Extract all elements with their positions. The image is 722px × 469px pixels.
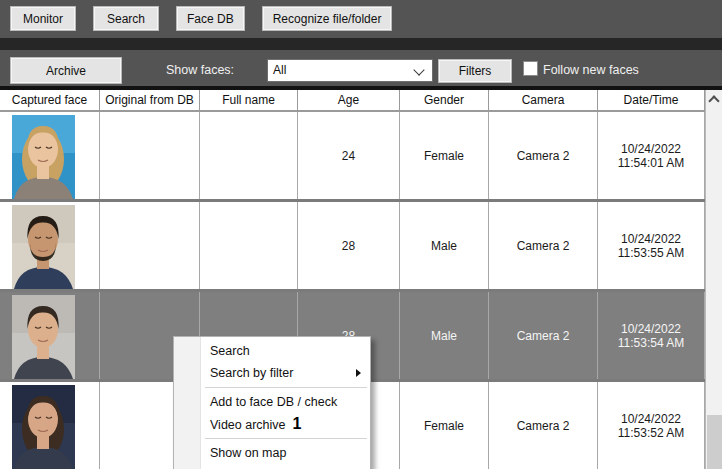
captured-face-cell bbox=[0, 292, 100, 379]
full-name-cell bbox=[200, 202, 298, 289]
captured-face-image bbox=[12, 115, 75, 199]
captured-face-image bbox=[12, 295, 75, 379]
table-row[interactable]: 24 Female Camera 2 10/24/2022 11:54:01 A… bbox=[0, 112, 705, 202]
captured-face-image bbox=[12, 385, 75, 469]
gender-cell: Female bbox=[400, 112, 489, 199]
menu-item-label: Add to face DB / check bbox=[210, 395, 337, 409]
age-cell: 28 bbox=[298, 202, 400, 289]
scroll-up-button[interactable] bbox=[706, 90, 722, 107]
column-header-label: Date/Time bbox=[624, 93, 679, 107]
datetime-cell: 10/24/2022 11:53:52 AM bbox=[598, 382, 705, 469]
captured-face-image bbox=[12, 205, 75, 289]
menu-item-search[interactable]: Search bbox=[174, 340, 370, 362]
menu-item-video-archive[interactable]: Video archive1 bbox=[174, 413, 370, 435]
table-row[interactable]: 28 Male Camera 2 10/24/2022 11:53:55 AM bbox=[0, 202, 705, 292]
datetime-cell: 10/24/2022 11:54:01 AM bbox=[598, 112, 705, 199]
video-archive-count-badge: 1 bbox=[293, 415, 302, 432]
gender-cell: Female bbox=[400, 382, 489, 469]
column-header-date-time[interactable]: Date/Time bbox=[598, 90, 705, 110]
submenu-arrow-icon bbox=[356, 369, 361, 377]
gender-cell: Male bbox=[400, 292, 489, 379]
menu-item-show-on-map[interactable]: Show on map bbox=[174, 442, 370, 464]
vertical-scrollbar[interactable] bbox=[705, 90, 722, 469]
follow-new-faces-checkbox[interactable] bbox=[523, 61, 538, 76]
column-header-label: Age bbox=[338, 93, 359, 107]
column-header-camera[interactable]: Camera bbox=[489, 90, 598, 110]
toolbar-divider-band bbox=[0, 38, 722, 50]
toolbar-button-label: Search bbox=[107, 12, 145, 26]
show-faces-selected-value: All bbox=[273, 63, 286, 77]
original-from-db-cell bbox=[100, 202, 200, 289]
captured-face-photo bbox=[12, 295, 75, 379]
toolbar-button-recognize-file-folder[interactable]: Recognize file/folder bbox=[262, 6, 393, 31]
captured-face-cell bbox=[0, 202, 100, 289]
archive-button[interactable]: Archive bbox=[10, 57, 122, 84]
chevron-up-icon bbox=[708, 95, 719, 106]
captured-face-cell bbox=[0, 382, 100, 469]
archive-toolbar: Archive Show faces: All Filters Follow n… bbox=[0, 50, 722, 86]
column-header-full-name[interactable]: Full name bbox=[200, 90, 298, 110]
menu-item-add-to-face-db-check[interactable]: Add to face DB / check bbox=[174, 391, 370, 413]
menu-separator bbox=[205, 387, 367, 388]
column-header-label: Gender bbox=[424, 93, 464, 107]
toolbar-button-face-db[interactable]: Face DB bbox=[176, 6, 245, 31]
menu-item-search-by-filter[interactable]: Search by filter bbox=[174, 362, 370, 384]
menu-item-label: Search bbox=[210, 344, 250, 358]
captured-face-photo bbox=[12, 115, 75, 199]
age-cell: 24 bbox=[298, 112, 400, 199]
table-header-row: Captured faceOriginal from DBFull nameAg… bbox=[0, 90, 705, 112]
context-menu: Search Search by filter Add to face DB /… bbox=[173, 336, 371, 469]
captured-face-photo bbox=[12, 385, 75, 469]
datetime-cell: 10/24/2022 11:53:54 AM bbox=[598, 292, 705, 379]
captured-face-cell bbox=[0, 112, 100, 199]
menu-item-label: Search by filter bbox=[210, 366, 293, 380]
column-header-label: Captured face bbox=[12, 93, 87, 107]
camera-cell: Camera 2 bbox=[489, 382, 598, 469]
column-header-age[interactable]: Age bbox=[298, 90, 400, 110]
gender-cell: Male bbox=[400, 202, 489, 289]
column-header-original-from-db[interactable]: Original from DB bbox=[100, 90, 200, 110]
camera-cell: Camera 2 bbox=[489, 292, 598, 379]
column-header-gender[interactable]: Gender bbox=[400, 90, 489, 110]
chevron-down-icon bbox=[413, 64, 424, 75]
camera-cell: Camera 2 bbox=[489, 112, 598, 199]
menu-item-label: Show on map bbox=[210, 446, 286, 460]
full-name-cell bbox=[200, 112, 298, 199]
show-faces-label: Show faces: bbox=[166, 63, 234, 77]
toolbar-button-label: Face DB bbox=[187, 12, 234, 26]
toolbar-button-label: Monitor bbox=[23, 12, 63, 26]
column-header-captured-face[interactable]: Captured face bbox=[0, 90, 100, 110]
column-header-label: Camera bbox=[522, 93, 565, 107]
show-faces-dropdown[interactable]: All bbox=[267, 59, 433, 82]
filters-button[interactable]: Filters bbox=[438, 59, 512, 83]
menu-item-label: Video archive bbox=[210, 418, 286, 432]
menu-separator bbox=[205, 438, 367, 439]
original-from-db-cell bbox=[100, 112, 200, 199]
toolbar-button-label: Recognize file/folder bbox=[273, 12, 382, 26]
datetime-cell: 10/24/2022 11:53:55 AM bbox=[598, 202, 705, 289]
camera-cell: Camera 2 bbox=[489, 202, 598, 289]
toolbar-button-monitor[interactable]: Monitor bbox=[10, 6, 76, 31]
column-header-label: Original from DB bbox=[105, 93, 194, 107]
toolbar-button-search[interactable]: Search bbox=[93, 6, 159, 31]
top-toolbar: MonitorSearchFace DBRecognize file/folde… bbox=[0, 0, 722, 38]
column-header-label: Full name bbox=[222, 93, 275, 107]
follow-new-faces-label: Follow new faces bbox=[543, 63, 639, 77]
captured-face-photo bbox=[12, 205, 75, 289]
scrollbar-thumb[interactable] bbox=[707, 415, 722, 469]
